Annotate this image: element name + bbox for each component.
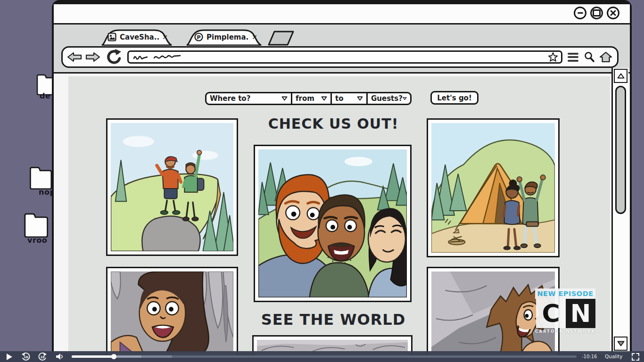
channel-watermark: NEW EPISODE C N CARTOON NETWORK xyxy=(535,288,595,337)
close-button[interactable] xyxy=(607,7,619,19)
quality-button[interactable]: Quality xyxy=(605,354,623,359)
photo-cave-explorer xyxy=(106,267,238,357)
tab-label: Pimplema... xyxy=(206,33,248,41)
dropdown-label: from xyxy=(296,94,314,103)
hikers-illustration xyxy=(111,123,233,251)
triangle-down-icon xyxy=(617,341,625,346)
bookmark-star-icon[interactable] xyxy=(548,52,558,62)
progress-knob[interactable] xyxy=(111,354,116,359)
time-remaining: -10:16 xyxy=(582,354,597,359)
tab-pimplema[interactable]: P Pimplema... ✕ xyxy=(186,29,262,46)
page-headline: CHECK US OUT! xyxy=(215,115,451,132)
scrollbar-thumb[interactable] xyxy=(615,86,626,214)
photo-campsite-tent xyxy=(427,118,560,257)
cartoon-network-logo: C N xyxy=(536,299,595,328)
folder-label: de xyxy=(40,91,53,100)
dropdown-label: to xyxy=(335,94,343,103)
chevron-down-icon xyxy=(357,96,363,101)
from-dropdown[interactable]: from xyxy=(292,93,332,104)
folder-label: vroo xyxy=(27,236,52,245)
chevron-down-icon xyxy=(321,96,327,101)
where-to-dropdown[interactable]: Where to? xyxy=(206,93,292,104)
video-player-bar: 10 10 -10:16 Quality xyxy=(0,351,644,362)
svg-text:10: 10 xyxy=(40,355,45,359)
svg-text:10: 10 xyxy=(24,355,28,359)
lets-go-button[interactable]: Let's go! xyxy=(430,91,479,105)
close-icon xyxy=(610,10,616,16)
tab-caveshare[interactable]: CaveSha... ✕ xyxy=(101,29,173,46)
progress-bar[interactable] xyxy=(72,355,577,358)
photo-group-selfie xyxy=(254,145,412,302)
new-episode-badge: NEW EPISODE xyxy=(535,288,595,299)
dropdown-label: Where to? xyxy=(210,94,250,103)
logo-c-tile: C xyxy=(536,299,566,328)
folder-icon xyxy=(23,211,48,238)
rewind-10-icon[interactable]: 10 xyxy=(21,352,30,361)
minimize-button[interactable] xyxy=(574,7,586,19)
navigation-bar xyxy=(61,46,619,68)
tab-close-button[interactable]: ✕ xyxy=(252,33,257,41)
triangle-up-icon xyxy=(617,73,625,79)
tab-close-button[interactable]: ✕ xyxy=(162,33,168,41)
network-name: CARTOON NETWORK xyxy=(535,329,595,334)
tab-label: CaveSha... xyxy=(120,33,159,41)
played-bar xyxy=(72,355,114,358)
minimize-icon xyxy=(578,12,583,14)
desktop-folder[interactable] xyxy=(23,211,48,239)
photo-icon xyxy=(107,33,116,41)
back-arrow-icon[interactable] xyxy=(67,52,82,62)
home-icon[interactable] xyxy=(599,51,612,63)
logo-n-tile: N xyxy=(566,299,595,328)
search-icon[interactable] xyxy=(584,51,595,63)
cave-illustration xyxy=(111,272,233,353)
forward-arrow-icon[interactable] xyxy=(86,52,100,62)
scroll-up-button[interactable] xyxy=(614,69,627,83)
folder-icon xyxy=(28,165,52,189)
maximize-icon xyxy=(593,9,601,16)
chevron-down-icon xyxy=(281,96,288,101)
selfie-illustration xyxy=(258,149,407,297)
menu-icon[interactable] xyxy=(567,53,579,62)
address-bar[interactable] xyxy=(127,50,562,64)
page-scrollbar xyxy=(611,68,628,353)
url-scribble xyxy=(132,53,193,61)
chevron-down-icon xyxy=(403,96,407,101)
page-tagline: SEE THE WORLD xyxy=(215,311,451,329)
dropdown-label: Guests? xyxy=(371,94,403,103)
scroll-down-button[interactable] xyxy=(614,337,627,351)
maximize-button[interactable] xyxy=(590,7,603,19)
video-frame: de nop vroo xyxy=(0,0,644,362)
folder-label: nop xyxy=(39,188,53,197)
svg-text:P: P xyxy=(197,34,200,41)
window-titlebar xyxy=(54,4,630,23)
campsite-illustration xyxy=(431,123,555,253)
to-dropdown[interactable]: to xyxy=(332,93,368,104)
play-button[interactable] xyxy=(7,354,12,360)
new-tab-button[interactable] xyxy=(267,31,295,48)
partial-illustration xyxy=(257,340,408,352)
forward-10-icon[interactable]: 10 xyxy=(38,352,47,361)
photo-hikers-on-cliff xyxy=(106,118,238,256)
refresh-icon[interactable] xyxy=(105,49,122,66)
guests-dropdown[interactable]: Guests? xyxy=(368,93,410,104)
fullscreen-icon[interactable] xyxy=(632,353,639,361)
p-badge-icon: P xyxy=(194,33,203,41)
new-tab-icon xyxy=(267,31,295,46)
trip-search-bar: Where to? from to Guests? xyxy=(205,92,412,105)
volume-icon[interactable] xyxy=(56,353,64,360)
